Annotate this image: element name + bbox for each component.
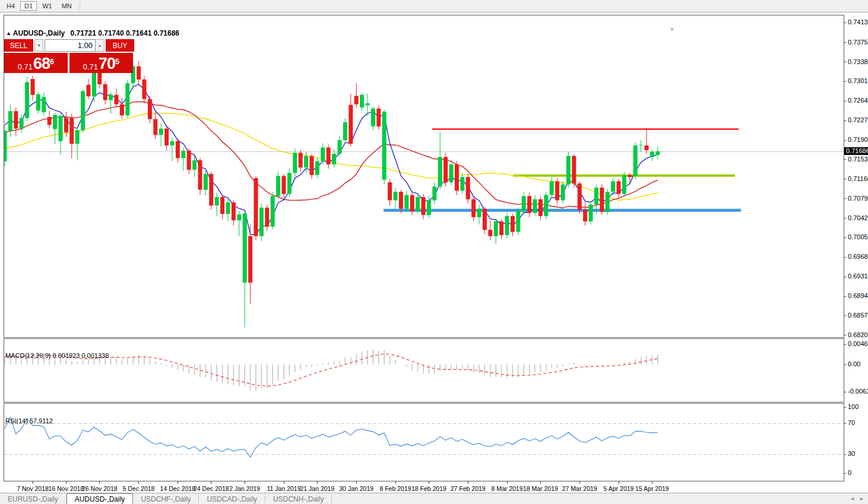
price-axis-label: 0.72640 bbox=[848, 97, 868, 104]
rsi-indicator-label: RSI(14) 57.9112 bbox=[5, 417, 53, 424]
date-axis-label: 15 Apr 2019 bbox=[635, 485, 669, 492]
sell-price-box[interactable]: 0.71 68 6 bbox=[4, 53, 68, 73]
date-axis-label: 5 Apr 2019 bbox=[604, 485, 634, 492]
date-axis-label: 27 Mar 2019 bbox=[562, 485, 597, 492]
buy-button[interactable]: BUY bbox=[106, 39, 134, 52]
date-axis-label: 30 Jan 2019 bbox=[339, 485, 373, 492]
price-axis-label: 0.73750 bbox=[848, 39, 868, 46]
rsi-axis-label: 100 bbox=[848, 403, 859, 410]
date-axis-label: 16 Nov 2018 bbox=[49, 485, 84, 492]
collapse-triangle-icon[interactable]: ▲ bbox=[6, 30, 11, 36]
rsi-axis-label: 70 bbox=[848, 419, 855, 426]
date-axis-label: 26 Nov 2018 bbox=[82, 485, 118, 492]
candles-layer bbox=[3, 61, 660, 328]
tab-scroll-arrows[interactable]: ◂ ▸ bbox=[851, 495, 866, 502]
symbol-tab-audusd[interactable]: AUDUSD-,Daily bbox=[66, 493, 134, 504]
sell-price-prefix: 0.71 bbox=[18, 62, 33, 71]
mt4-window: H4 D1 W1 MN ▲ AUDUSD-,Daily 0.71721 0.71… bbox=[0, 0, 868, 504]
volume-input[interactable]: 1.00 bbox=[45, 39, 96, 52]
price-axis-label: 0.68940 bbox=[848, 292, 868, 299]
current-price-badge: 0.71686 bbox=[844, 147, 868, 155]
date-axis-label: 18 Mar 2019 bbox=[523, 485, 558, 492]
chart-shift-marker-icon[interactable]: ▼ bbox=[669, 26, 675, 33]
rsi-axis-label: 0 bbox=[848, 469, 851, 476]
timeframe-h4-button[interactable]: H4 bbox=[2, 1, 19, 11]
price-axis-label: 0.68200 bbox=[848, 331, 868, 338]
buy-price-pip: 5 bbox=[115, 58, 119, 65]
date-axis-label: 8 Mar 2019 bbox=[491, 485, 522, 492]
buy-price-box[interactable]: 0.71 70 5 bbox=[69, 53, 133, 73]
buy-price-big: 70 bbox=[99, 56, 115, 71]
chart-canvas[interactable]: ▲ AUDUSD-,Daily 0.71721 0.71740 0.71641 … bbox=[0, 12, 868, 493]
macd-indicator-label: MACD(12,26,9) 0.001923 0.001338 bbox=[5, 352, 109, 359]
price-axis-label: 0.71530 bbox=[848, 156, 868, 163]
date-axis-label: 24 Dec 2018 bbox=[194, 485, 229, 492]
price-axis-label: 0.73380 bbox=[848, 58, 868, 65]
timeframe-toolbar: H4 D1 W1 MN bbox=[0, 0, 868, 12]
tab-divider bbox=[331, 495, 332, 503]
sell-button[interactable]: SELL bbox=[4, 39, 33, 52]
symbol-tab-usdchf[interactable]: USDCHF-,Daily bbox=[133, 493, 198, 504]
date-axis-label: 2 Jan 2019 bbox=[229, 485, 260, 492]
price-axis-label: 0.70790 bbox=[848, 195, 868, 202]
price-axis-label: 0.70050 bbox=[848, 233, 868, 240]
macd-axis-label: -0.00639 bbox=[848, 388, 868, 395]
chart-symbol-label: AUDUSD-,Daily bbox=[13, 29, 65, 37]
symbol-tab-eurusd[interactable]: EURUSD-,Daily bbox=[0, 493, 66, 504]
price-axis-label: 0.72270 bbox=[848, 116, 868, 123]
sell-price-pip: 6 bbox=[50, 58, 54, 65]
date-axis-label: 18 Feb 2019 bbox=[411, 485, 446, 492]
price-chart[interactable] bbox=[0, 12, 868, 504]
price-axis-label: 0.71160 bbox=[848, 175, 868, 182]
date-axis-label: 11 Jan 2019 bbox=[267, 485, 300, 492]
symbol-tab-bar: EURUSD-,DailyAUDUSD-,DailyUSDCHF-,DailyU… bbox=[0, 493, 868, 504]
rsi-axis-label: 30 bbox=[848, 450, 855, 457]
buy-price-prefix: 0.71 bbox=[83, 62, 98, 71]
date-axis-label: 21 Jan 2019 bbox=[300, 485, 334, 492]
chart-ohlc-values: 0.71721 0.71740 0.71641 0.71686 bbox=[71, 29, 180, 37]
price-axis-label: 0.68570 bbox=[848, 312, 868, 319]
symbol-tab-usdcnh[interactable]: USDCNH-,Daily bbox=[265, 493, 331, 504]
toolbar-separator bbox=[80, 1, 80, 11]
date-axis-label: 7 Nov 2018 bbox=[17, 485, 49, 492]
timeframe-w1-button[interactable]: W1 bbox=[38, 1, 56, 11]
chart-title: ▲ AUDUSD-,Daily 0.71721 0.71740 0.71641 … bbox=[6, 29, 179, 37]
macd-axis-label: 0.004694 bbox=[848, 340, 868, 347]
symbol-tab-usdcad[interactable]: USDCAD-,Daily bbox=[199, 493, 265, 504]
timeframe-d1-button[interactable]: D1 bbox=[20, 1, 37, 11]
price-axis-label: 0.74130 bbox=[848, 18, 868, 26]
price-axis-label: 0.71900 bbox=[848, 136, 868, 143]
price-axis-label: 0.73010 bbox=[848, 77, 868, 84]
sell-price-big: 68 bbox=[33, 56, 50, 71]
one-click-trading-panel: SELL ▾ 1.00 ▴ BUY 0.71 68 6 0.71 70 5 bbox=[4, 39, 134, 73]
date-axis-label: 8 Feb 2019 bbox=[379, 485, 411, 492]
date-axis-label: 14 Dec 2018 bbox=[160, 485, 196, 492]
date-axis-label: 5 Dec 2018 bbox=[123, 485, 155, 492]
volume-increase-button[interactable]: ▴ bbox=[96, 39, 104, 52]
price-axis-label: 0.69680 bbox=[848, 253, 868, 260]
macd-axis-label: 0.00 bbox=[848, 360, 860, 367]
price-axis-label: 0.70420 bbox=[848, 214, 868, 221]
timeframe-mn-button[interactable]: MN bbox=[58, 1, 76, 11]
volume-decrease-button[interactable]: ▾ bbox=[34, 39, 43, 52]
price-axis-label: 0.69310 bbox=[848, 272, 868, 280]
date-axis-label: 27 Feb 2019 bbox=[451, 485, 486, 492]
